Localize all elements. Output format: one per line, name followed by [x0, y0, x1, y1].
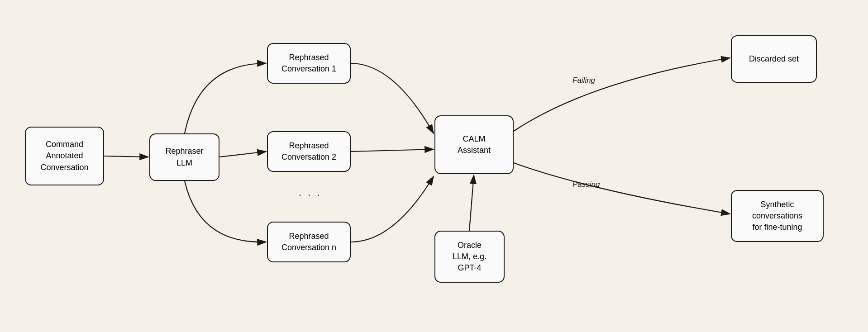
node-command: Command Annotated Conversation	[25, 127, 104, 185]
label-passing: Passing	[572, 180, 600, 189]
node-synthetic-label: Synthetic conversations for fine-tuning	[752, 199, 802, 233]
node-rephrasedn: Rephrased Conversation n	[267, 222, 351, 262]
node-command-label: Command Annotated Conversation	[40, 139, 88, 173]
node-rephrased1-label: Rephrased Conversation 1	[281, 52, 336, 75]
node-discarded-label: Discarded set	[749, 53, 799, 65]
diagram: Command Annotated Conversation Rephraser…	[0, 0, 868, 332]
node-oracle: Oracle LLM, e.g. GPT-4	[434, 231, 505, 283]
dots-indicator: · · ·	[299, 189, 322, 201]
label-failing: Failing	[572, 76, 595, 85]
node-rephrased2-label: Rephrased Conversation 2	[281, 140, 336, 163]
node-rephrased2: Rephrased Conversation 2	[267, 131, 351, 172]
node-oracle-label: Oracle LLM, e.g. GPT-4	[453, 240, 486, 274]
node-rephraser-label: Rephraser LLM	[165, 146, 203, 168]
node-calm-label: CALM Assistant	[458, 133, 491, 156]
node-calm: CALM Assistant	[434, 115, 514, 174]
node-rephrased1: Rephrased Conversation 1	[267, 43, 351, 84]
node-rephraser: Rephraser LLM	[149, 133, 219, 181]
node-synthetic: Synthetic conversations for fine-tuning	[731, 190, 824, 242]
node-discarded: Discarded set	[731, 35, 817, 83]
node-rephrasedn-label: Rephrased Conversation n	[281, 231, 336, 253]
